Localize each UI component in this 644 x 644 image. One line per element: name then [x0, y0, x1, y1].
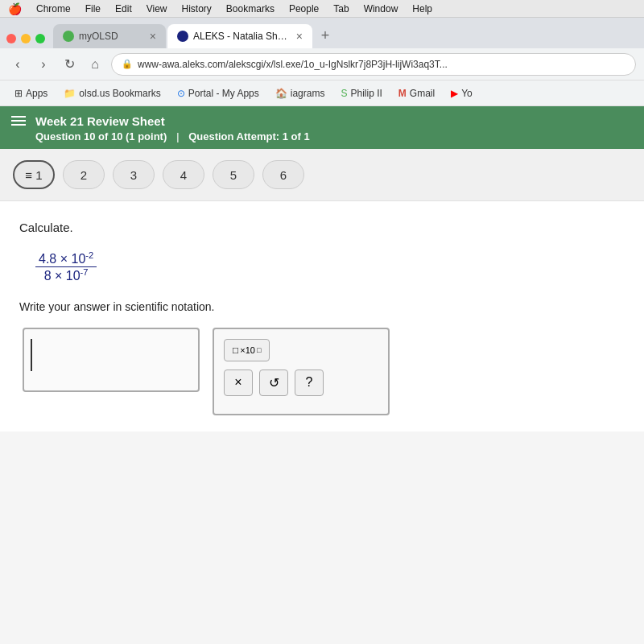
fraction: 4.8 × 10-2 8 × 10-7	[35, 250, 97, 284]
attempt-value: 1 of 1	[283, 130, 310, 142]
bookmark-philip-label: Philip II	[350, 88, 382, 99]
url-bar[interactable]: 🔒 www-awa.aleks.com/alekscgi/x/lsl.exe/1…	[111, 53, 636, 76]
menu-tab[interactable]: Tab	[333, 3, 349, 14]
sci-sup-icon: □	[257, 346, 261, 354]
math-expression: 4.8 × 10-2 8 × 10-7	[35, 250, 625, 284]
menu-people[interactable]: People	[289, 3, 319, 14]
menu-help[interactable]: Help	[412, 3, 432, 14]
menu-window[interactable]: Window	[364, 3, 398, 14]
pill-5-label: 5	[230, 168, 237, 182]
reload-button[interactable]: ↻	[60, 55, 79, 74]
bookmark-youtube[interactable]: ▶ Yo	[444, 86, 479, 101]
pill-4-label: 4	[180, 168, 187, 182]
denominator-text: 8 × 10	[44, 270, 80, 283]
keypad-row-1: □ ×10 □	[224, 339, 378, 361]
bookmark-iagrams-label: iagrams	[291, 88, 325, 99]
hamburger-menu[interactable]	[11, 114, 26, 126]
numerator-exponent: -2	[85, 250, 93, 260]
youtube-icon: ▶	[451, 88, 458, 99]
attempt-label: Question Attempt:	[188, 130, 279, 142]
scientific-notation-button[interactable]: □ ×10 □	[224, 339, 270, 361]
tab-aleks-label: ALEKS - Natalia Shalash - Wee	[193, 31, 291, 42]
tab-myolsd-label: myOLSD	[79, 31, 145, 42]
answer-area: □ ×10 □ × ↺ ?	[19, 328, 625, 415]
bookmark-apps-label: Apps	[26, 88, 47, 99]
assignment-title: Week 21 Review Sheet	[35, 114, 310, 128]
question-number: Question 10 of 10	[35, 130, 122, 142]
back-button[interactable]: ‹	[8, 55, 27, 74]
address-bar: ‹ › ↻ ⌂ 🔒 www-awa.aleks.com/alekscgi/x/l…	[0, 48, 644, 80]
text-cursor	[31, 339, 32, 371]
menu-chrome[interactable]: Chrome	[36, 3, 71, 14]
keypad-row-2: × ↺ ?	[224, 369, 378, 396]
bookmark-philip[interactable]: S Philip II	[334, 86, 388, 101]
aleks-header-text: Week 21 Review Sheet Question 10 of 10 (…	[35, 114, 310, 142]
menu-file[interactable]: File	[85, 3, 101, 14]
pill-1-label: ≡ 1	[25, 168, 42, 182]
pipe-divider: |	[176, 130, 180, 142]
aleks-header: Week 21 Review Sheet Question 10 of 10 (…	[0, 106, 644, 149]
folder-icon: 📁	[64, 88, 76, 99]
denominator-exponent: -7	[80, 267, 89, 277]
multiply-button[interactable]: ×	[224, 369, 253, 396]
question-pill-2[interactable]: 2	[63, 160, 105, 189]
portal-icon: ⊙	[177, 88, 185, 99]
bookmark-olsd[interactable]: 📁 olsd.us Bookmarks	[57, 86, 167, 101]
menu-edit[interactable]: Edit	[115, 3, 132, 14]
bookmark-apps[interactable]: ⊞ Apps	[8, 86, 54, 101]
tab-aleks-close[interactable]: ×	[296, 30, 303, 43]
menu-view[interactable]: View	[147, 3, 167, 14]
maximize-window-btn[interactable]	[35, 34, 45, 43]
bookmark-olsd-label: olsd.us Bookmarks	[79, 88, 160, 99]
new-tab-button[interactable]: +	[314, 24, 336, 47]
question-info: Question 10 of 10 (1 point) | Question A…	[35, 130, 310, 142]
fraction-denominator: 8 × 10-7	[41, 267, 92, 283]
tab-bar: myOLSD × ALEKS - Natalia Shalash - Wee ×…	[0, 18, 644, 48]
answer-input[interactable]	[23, 328, 200, 392]
menu-bookmarks[interactable]: Bookmarks	[226, 3, 275, 14]
home-button[interactable]: ⌂	[85, 55, 105, 74]
url-text: www-awa.aleks.com/alekscgi/x/lsl.exe/1o_…	[138, 59, 448, 70]
iagrams-icon: 🏠	[275, 88, 287, 99]
question-navigation: ≡ 1 2 3 4 5 6	[0, 149, 644, 201]
bookmark-youtube-label: Yo	[461, 88, 473, 99]
undo-button[interactable]: ↺	[259, 369, 288, 396]
bookmarks-bar: ⊞ Apps 📁 olsd.us Bookmarks ⊙ Portal - My…	[0, 80, 644, 106]
keypad: □ ×10 □ × ↺ ?	[213, 328, 390, 415]
browser-content: Week 21 Review Sheet Question 10 of 10 (…	[0, 106, 644, 644]
pill-6-label: 6	[280, 168, 287, 182]
sci-notation-label: ×10	[240, 345, 255, 355]
myolsd-favicon	[63, 31, 74, 42]
question-pill-5[interactable]: 5	[213, 160, 254, 189]
chrome-window: myOLSD × ALEKS - Natalia Shalash - Wee ×…	[0, 18, 644, 644]
philip-icon: S	[341, 88, 347, 99]
bookmark-iagrams[interactable]: 🏠 iagrams	[269, 86, 332, 101]
points-label: (1 point)	[126, 130, 167, 142]
apple-menu[interactable]: 🍎	[8, 2, 22, 15]
bookmark-gmail-label: Gmail	[410, 88, 435, 99]
question-pill-4[interactable]: 4	[163, 160, 204, 189]
question-content: Calculate. 4.8 × 10-2 8 × 10-7 Write you…	[0, 201, 644, 431]
fraction-numerator: 4.8 × 10-2	[35, 250, 97, 266]
tab-myolsd[interactable]: myOLSD ×	[53, 24, 166, 48]
apps-grid-icon: ⊞	[14, 88, 23, 99]
bookmark-gmail[interactable]: M Gmail	[392, 86, 441, 101]
sci-checkbox-icon: □	[233, 345, 238, 356]
close-window-btn[interactable]	[6, 34, 16, 43]
question-pill-1[interactable]: ≡ 1	[13, 160, 55, 189]
pill-2-label: 2	[80, 168, 87, 182]
question-pill-3[interactable]: 3	[113, 160, 155, 189]
forward-button[interactable]: ›	[34, 55, 53, 74]
ssl-lock-icon: 🔒	[122, 59, 133, 69]
bookmark-portal[interactable]: ⊙ Portal - My Apps	[171, 86, 266, 101]
pill-3-label: 3	[130, 168, 137, 182]
mac-menubar: 🍎 Chrome File Edit View History Bookmark…	[0, 0, 644, 18]
minimize-window-btn[interactable]	[21, 34, 31, 43]
gmail-icon: M	[398, 88, 407, 99]
tab-aleks[interactable]: ALEKS - Natalia Shalash - Wee ×	[167, 24, 312, 48]
help-button[interactable]: ?	[295, 369, 324, 396]
tab-myolsd-close[interactable]: ×	[150, 30, 156, 43]
question-pill-6[interactable]: 6	[262, 160, 304, 189]
write-instruction: Write your answer in scientific notation…	[19, 300, 625, 313]
menu-history[interactable]: History	[182, 3, 212, 14]
